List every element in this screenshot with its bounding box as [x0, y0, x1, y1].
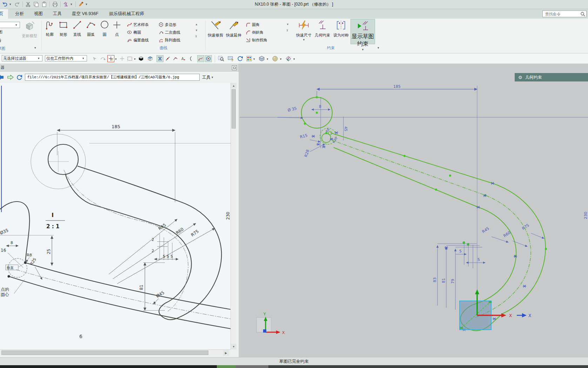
sketch-group-dialog-icon[interactable]: ▾: [34, 46, 38, 50]
constraint-qat-icon[interactable]: [62, 1, 69, 7]
tab-tools[interactable]: 工具: [48, 9, 66, 19]
scroll-down-icon[interactable]: ▼: [231, 344, 236, 349]
update-model-button[interactable]: 更新模型: [20, 20, 39, 39]
undo-icon[interactable]: [1, 1, 8, 7]
tab-engineer[interactable]: 娱乐级机械工程师: [105, 9, 149, 19]
qat-more-dropdown-icon[interactable]: ▾: [86, 2, 89, 6]
cut-icon[interactable]: [25, 1, 32, 7]
command-search-input[interactable]: [544, 12, 580, 17]
quick-extend-button[interactable]: 快速延伸: [225, 20, 242, 38]
scroll-up-icon[interactable]: ▲: [231, 83, 236, 88]
make-corner-item[interactable]: 制作拐角: [246, 37, 267, 43]
selection-scope-combo[interactable]: 仅在工作部件内▾: [45, 55, 87, 61]
graphics-canvas[interactable]: 185 Ø 35 8 45 R15 R28 R8 R25: [240, 64, 588, 357]
select-all-icon[interactable]: [91, 55, 98, 62]
background-dropdown-icon[interactable]: ▾: [280, 57, 283, 61]
snap-point-toggle-icon[interactable]: [107, 55, 114, 62]
panel-restore-button[interactable]: [232, 65, 237, 70]
snap-arc-icon[interactable]: [172, 55, 179, 62]
command-search[interactable]: [542, 11, 587, 17]
tab-analysis[interactable]: 分析: [11, 9, 28, 19]
rapid-dimension-button[interactable]: 快速尺寸 ▾: [295, 20, 313, 41]
refresh-icon[interactable]: [16, 74, 22, 80]
zoom-window-icon[interactable]: [218, 55, 225, 62]
taskbar-strip[interactable]: [0, 365, 588, 368]
copy-icon[interactable]: [33, 1, 40, 7]
fit-view-icon[interactable]: [246, 55, 253, 62]
to-sketch-link[interactable]: 到草图: [0, 29, 2, 35]
address-input[interactable]: [27, 75, 198, 80]
tab-view[interactable]: 视图: [29, 9, 47, 19]
selection-filter-combo[interactable]: 无选择过滤器▾: [2, 55, 42, 61]
line-button[interactable]: 直线: [70, 20, 84, 37]
offset-curve-item[interactable]: 偏置曲线: [127, 37, 149, 43]
section-clip-icon[interactable]: [285, 55, 292, 62]
clip-dropdown-icon[interactable]: ▾: [293, 57, 296, 61]
quick-trim-button[interactable]: 快速修剪: [207, 20, 224, 38]
tab-starry[interactable]: 星空 V6.936F: [67, 9, 103, 19]
panel-horizontal-scrollbar[interactable]: ▶: [0, 349, 230, 355]
chamfer-item[interactable]: 倒斜角: [246, 29, 263, 35]
sketch-name-combo[interactable]: H_000▾: [0, 22, 20, 28]
paste-icon[interactable]: [41, 1, 48, 7]
marquee-select-icon[interactable]: [126, 55, 133, 62]
arc-button[interactable]: 圆弧: [84, 20, 98, 37]
render-style-icon[interactable]: [258, 55, 265, 62]
scroll-right-icon[interactable]: ▶: [223, 350, 229, 356]
circle-button[interactable]: 圆: [98, 20, 112, 37]
deselect-icon[interactable]: [99, 55, 106, 62]
vertical-scroll-thumb[interactable]: [232, 89, 236, 129]
sk-dim-5a: 5: [459, 249, 462, 254]
undo-dropdown-icon[interactable]: ▾: [9, 2, 13, 6]
point-button[interactable]: 点: [110, 20, 124, 37]
make-symmetric-button[interactable]: 设为对称: [332, 20, 350, 38]
back-icon[interactable]: [0, 74, 4, 80]
snap-tangent-icon[interactable]: [187, 55, 194, 62]
polygon-item[interactable]: 多边形: [159, 21, 176, 28]
redo-icon[interactable]: [14, 1, 21, 7]
render-dropdown-icon[interactable]: ▾: [267, 57, 270, 61]
conic-item[interactable]: 二次曲线: [159, 29, 180, 35]
address-bar[interactable]: [25, 74, 200, 81]
curve-group-arrows[interactable]: ▲▼⊻: [195, 23, 198, 38]
rotate-view-icon[interactable]: [236, 55, 243, 62]
pattern-curve-item[interactable]: 阵列曲线: [159, 37, 180, 43]
browser-tools-menu[interactable]: 工具▾: [202, 74, 215, 80]
ellipse-item[interactable]: 椭圆: [127, 29, 141, 35]
browser-panel-header[interactable]: 器: [0, 64, 239, 72]
show-constraints-dropdown-icon[interactable]: ▾: [361, 48, 365, 51]
edit-group-arrows[interactable]: ▼⊻: [286, 23, 289, 32]
rapid-dimension-dropdown-icon[interactable]: ▾: [302, 38, 306, 41]
profile-button[interactable]: 轮廓: [43, 20, 57, 37]
snap-endpoint-icon[interactable]: [156, 55, 163, 62]
snap-existing-point-icon[interactable]: A: [180, 55, 187, 62]
rectangle-button[interactable]: 矩形: [56, 20, 71, 37]
studio-spline-item[interactable]: 艺术样条: [127, 21, 149, 28]
brush-icon[interactable]: [78, 1, 85, 7]
constraint-group-dialog-icon[interactable]: ▾: [377, 46, 381, 50]
background-sphere-icon[interactable]: [272, 55, 279, 62]
print-icon[interactable]: [52, 1, 59, 7]
pan-view-icon[interactable]: [227, 55, 234, 62]
snap-dropdown-icon[interactable]: ▾: [115, 57, 118, 61]
snap-spline-point-icon[interactable]: [197, 55, 204, 62]
fit-dropdown-icon[interactable]: ▾: [253, 57, 256, 61]
workpiece-cube-icon[interactable]: [138, 55, 145, 62]
attach-link[interactable]: 附着: [0, 38, 1, 43]
snap-center-icon[interactable]: [205, 55, 212, 62]
panel-vertical-scrollbar[interactable]: ▲ ▼: [230, 83, 236, 349]
snap-midpoint-icon[interactable]: [164, 55, 171, 62]
forward-icon[interactable]: [7, 74, 14, 80]
drawing-image[interactable]: 185 R45 R60 R75: [0, 83, 230, 349]
marquee-dropdown-icon[interactable]: ▾: [134, 57, 137, 61]
show-sketch-constraints-button[interactable]: 显示草图约束 ▾: [350, 19, 375, 44]
horizontal-scroll-thumb[interactable]: [1, 350, 208, 355]
tab-home[interactable]: 页: [0, 9, 8, 19]
geometric-constraints-bar[interactable]: ⚙ 几何约束: [515, 73, 588, 81]
point-constructor-icon[interactable]: [119, 55, 126, 62]
constraint-dropdown-icon[interactable]: ▾: [71, 2, 74, 6]
geometric-constraints-button[interactable]: 几何约束: [313, 20, 332, 38]
sk-dim-230: 230: [583, 212, 588, 219]
assembly-cube-icon[interactable]: [147, 55, 154, 62]
fillet-item[interactable]: 圆角: [246, 21, 260, 28]
